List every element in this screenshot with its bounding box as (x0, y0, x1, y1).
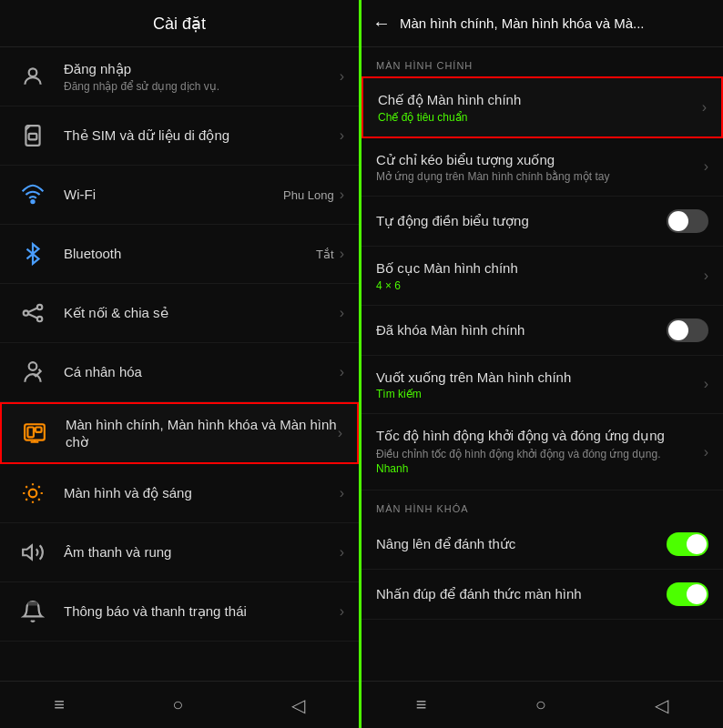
vuot-xuong-label: Vuốt xuống trên Màn hình chính (376, 369, 698, 387)
svg-point-5 (37, 305, 42, 309)
svg-rect-2 (29, 134, 37, 140)
section-header-lock: MÀN HÌNH KHÓA (362, 490, 723, 520)
screens-label: Màn hình chính, Màn hình khóa và Màn hìn… (66, 416, 338, 451)
left-bottom-nav: ≡ ○ ◁ (0, 681, 359, 728)
user-icon (15, 58, 51, 95)
nang-len-knob (687, 534, 707, 554)
login-label: Đăng nhập (64, 60, 340, 78)
right-panel: ← Màn hình chính, Màn hình khóa và Mà...… (362, 0, 723, 728)
svg-rect-11 (28, 602, 38, 605)
da-khoa-toggle[interactable] (667, 318, 708, 342)
wifi-label: Wi-Fi (64, 186, 283, 204)
login-chevron: › (340, 68, 344, 85)
right-item-bo-cuc[interactable]: Bố cục Màn hình chính 4 × 6 › (362, 247, 723, 306)
personalize-icon (15, 354, 51, 390)
svg-point-6 (37, 317, 42, 321)
svg-point-3 (31, 200, 34, 203)
tu-dong-knob (668, 211, 688, 231)
right-item-nhan-dup[interactable]: Nhấn đúp để đánh thức màn hình (362, 570, 723, 620)
back-button[interactable]: ← (372, 13, 391, 34)
right-item-che-do[interactable]: Chế độ Màn hình chính Chế độ tiêu chuẩn … (362, 76, 723, 138)
nang-len-label: Nâng lên để đánh thức (376, 535, 667, 553)
right-item-cu-chi[interactable]: Cử chỉ kéo biểu tượng xuống Mở ứng dụng … (362, 138, 723, 197)
right-content: MÀN HÌNH CHÍNH Chế độ Màn hình chính Chế… (362, 47, 723, 681)
nav-back-left[interactable]: ◁ (291, 694, 305, 716)
settings-item-notification[interactable]: Thông báo và thanh trạng thái › (0, 582, 359, 642)
bo-cuc-label: Bố cục Màn hình chính (376, 259, 698, 278)
wifi-icon (15, 177, 51, 213)
vuot-xuong-sublabel: Tìm kiếm (376, 388, 698, 400)
personalize-label: Cá nhân hóa (64, 363, 340, 381)
section-header-main: MÀN HÌNH CHÍNH (362, 47, 723, 76)
settings-item-connect[interactable]: Kết nối & chia sẻ › (0, 284, 359, 343)
settings-item-sim[interactable]: Thẻ SIM và dữ liệu di động › (0, 106, 359, 166)
right-item-vuot-xuong[interactable]: Vuốt xuống trên Màn hình chính Tìm kiếm … (362, 356, 723, 415)
che-do-label: Chế độ Màn hình chính (378, 91, 697, 109)
login-sublabel: Đăng nhập để sử dụng dịch vụ. (64, 80, 340, 93)
bo-cuc-sublabel: 4 × 6 (376, 279, 698, 292)
right-header: ← Màn hình chính, Màn hình khóa và Mà... (362, 0, 723, 47)
settings-list: Đăng nhập Đăng nhập để sử dụng dịch vụ. … (0, 47, 359, 681)
nav-home-right[interactable]: ○ (535, 694, 546, 715)
sim-chevron: › (340, 127, 344, 144)
bluetooth-icon (15, 236, 51, 272)
wifi-chevron: › (340, 187, 344, 203)
display-label: Màn hình và độ sáng (64, 484, 340, 502)
nhan-dup-label: Nhấn đúp để đánh thức màn hình (376, 585, 667, 603)
sound-icon (15, 534, 51, 571)
svg-rect-8 (27, 428, 34, 438)
notification-chevron: › (340, 603, 344, 620)
nav-menu-right[interactable]: ≡ (416, 694, 427, 715)
personalize-chevron: › (340, 364, 344, 380)
settings-item-screens[interactable]: Màn hình chính, Màn hình khóa và Màn hìn… (0, 402, 359, 464)
right-item-nang-len[interactable]: Nâng lên để đánh thức (362, 520, 723, 570)
cu-chi-sublabel: Mở ứng dụng trên Màn hình chính bằng một… (376, 170, 698, 183)
nav-menu-left[interactable]: ≡ (54, 694, 65, 715)
right-title: Màn hình chính, Màn hình khóa và Mà... (400, 15, 712, 31)
nav-home-left[interactable]: ○ (172, 694, 183, 715)
right-item-toc-do[interactable]: Tốc độ hình động khởi động và đóng ứng d… (362, 414, 723, 490)
toc-do-label: Tốc độ hình động khởi động và đóng ứng d… (376, 427, 698, 445)
settings-item-sound[interactable]: Âm thanh và rung › (0, 523, 359, 582)
svg-point-0 (29, 68, 37, 76)
connect-icon (15, 295, 51, 331)
left-header: Cài đặt (0, 0, 359, 47)
settings-item-wifi[interactable]: Wi-Fi Phu Long › (0, 166, 359, 225)
svg-rect-9 (36, 428, 42, 432)
cu-chi-label: Cử chỉ kéo biểu tượng xuống (376, 151, 698, 169)
sim-label: Thẻ SIM và dữ liệu di động (64, 126, 340, 145)
bluetooth-value: Tắt (316, 248, 334, 261)
svg-point-4 (24, 310, 28, 315)
settings-item-personalize[interactable]: Cá nhân hóa › (0, 343, 359, 402)
da-khoa-label: Đã khóa Màn hình chính (376, 321, 667, 339)
wifi-value: Phu Long (283, 188, 334, 202)
che-do-chevron: › (702, 99, 707, 116)
nang-len-toggle[interactable] (667, 532, 708, 556)
vuot-xuong-chevron: › (704, 376, 708, 392)
right-item-tu-dong[interactable]: Tự động điền biểu tượng (362, 197, 723, 247)
bluetooth-label: Bluetooth (64, 245, 316, 263)
svg-point-10 (29, 490, 37, 498)
nhan-dup-toggle[interactable] (667, 582, 708, 606)
tu-dong-label: Tự động điền biểu tượng (376, 212, 667, 230)
right-item-da-khoa[interactable]: Đã khóa Màn hình chính (362, 306, 723, 356)
notification-label: Thông báo và thanh trạng thái (64, 602, 340, 621)
toc-do-chevron: › (704, 444, 708, 460)
tu-dong-toggle[interactable] (667, 209, 708, 233)
right-bottom-nav: ≡ ○ ◁ (362, 681, 723, 728)
settings-item-login[interactable]: Đăng nhập Đăng nhập để sử dụng dịch vụ. … (0, 47, 359, 106)
sim-icon (15, 117, 51, 154)
screens-icon (16, 415, 53, 451)
nhan-dup-knob (687, 584, 707, 604)
left-title: Cài đặt (153, 14, 206, 34)
settings-item-display[interactable]: Màn hình và độ sáng › (0, 464, 359, 523)
settings-item-bluetooth[interactable]: Bluetooth Tắt › (0, 225, 359, 284)
notification-icon (15, 593, 51, 630)
che-do-sublabel: Chế độ tiêu chuẩn (378, 111, 697, 124)
bluetooth-chevron: › (340, 246, 344, 262)
nav-back-right[interactable]: ◁ (655, 694, 668, 716)
sound-label: Âm thanh và rung (64, 543, 340, 561)
bo-cuc-chevron: › (704, 268, 708, 284)
cu-chi-chevron: › (704, 158, 708, 175)
toc-do-sublabel: Điều chỉnh tốc độ hình động khởi động và… (376, 447, 698, 478)
